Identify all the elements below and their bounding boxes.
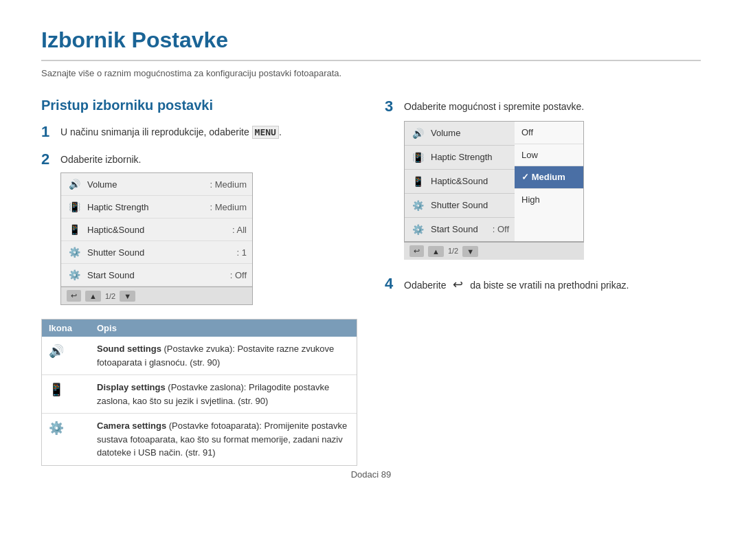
camera-settings-bold: Camera settings	[97, 421, 166, 431]
d-haptic-strength-label: Haptic Strength	[431, 150, 509, 164]
display-settings-desc: Display settings (Postavke zaslona): Pri…	[97, 381, 350, 407]
d-row-haptic-strength: 📳 Haptic Strength	[405, 146, 515, 170]
display-settings-bold: Display settings	[97, 382, 166, 392]
dropdown-up-button[interactable]: ▲	[428, 246, 444, 257]
table-row-sound: 🔊 Sound settings (Postavke zvuka): Posta…	[42, 337, 357, 375]
table-body: 🔊 Sound settings (Postavke zvuka): Posta…	[42, 337, 357, 465]
sound-settings-bold: Sound settings	[97, 344, 161, 354]
step-3: 3 Odaberite mogućnost i spremite postavk…	[385, 98, 701, 260]
haptic-sound-label: Haptic&Sound	[87, 223, 232, 237]
d-haptic-sound-label: Haptic&Sound	[431, 175, 509, 188]
step-4: 4 Odaberite ↩ da biste se vratili na pre…	[385, 273, 701, 294]
dropdown-back-button[interactable]: ↩	[409, 245, 424, 257]
step-2-number: 2	[41, 150, 55, 168]
d-shutter-sound-label: Shutter Sound	[431, 199, 509, 212]
step-4-text-after: da biste se vratili na prethodni prikaz.	[467, 280, 629, 291]
start-sound-value: : Off	[230, 269, 247, 282]
dropdown-left: 🔊 Volume 📳 Haptic Strength 📱	[405, 122, 515, 241]
option-low[interactable]: Low	[515, 144, 583, 167]
step-3-label: Odaberite mogućnost i spremite postavke.	[404, 101, 584, 112]
down-button[interactable]: ▼	[120, 291, 135, 302]
dropdown-menu-box: 🔊 Volume 📳 Haptic Strength 📱	[404, 121, 584, 242]
right-column: 3 Odaberite mogućnost i spremite postavk…	[385, 98, 701, 466]
step-2-text: Odaberite izbornik. 🔊 Volume : Medium 📳 …	[60, 150, 253, 305]
haptic-sound-icon: 📱	[67, 222, 82, 237]
step-2-label: Odaberite izbornik.	[60, 154, 142, 165]
d-start-sound-value: : Off	[493, 223, 509, 236]
table-header: Ikona Opis	[42, 320, 357, 337]
sound-settings-desc: Sound settings (Postavke zvuka): Postavi…	[97, 342, 350, 369]
option-high[interactable]: High	[515, 189, 583, 211]
step-4-text-before: Odaberite	[404, 280, 449, 291]
icon-table: Ikona Opis 🔊 Sound settings (Postavke zv…	[41, 319, 357, 466]
table-row-display: 📱 Display settings (Postavke zaslona): P…	[42, 375, 357, 414]
haptic-strength-label: Haptic Strength	[87, 201, 210, 214]
dropdown-container: 🔊 Volume 📳 Haptic Strength 📱	[404, 121, 584, 260]
option-off[interactable]: Off	[515, 122, 583, 144]
step-3-number: 3	[385, 98, 398, 115]
shutter-sound-value: : 1	[237, 246, 247, 260]
table-row-camera: ⚙️ Camera settings (Postavke fotoaparata…	[42, 414, 357, 465]
shutter-sound-icon: ⚙️	[67, 245, 82, 260]
d-start-sound-label: Start Sound	[431, 223, 493, 236]
section-title: Pristup izborniku postavki	[41, 98, 357, 113]
volume-label: Volume	[87, 178, 210, 192]
d-haptic-sound-icon: 📱	[410, 174, 425, 189]
page-footer: Dodaci 89	[0, 469, 742, 480]
d-volume-icon: 🔊	[410, 126, 425, 141]
dropdown-right: Off Low Medium High	[515, 122, 583, 241]
back-nav-icon: ↩	[453, 278, 463, 291]
step-1-number: 1	[41, 123, 55, 141]
camera-settings-desc: Camera settings (Postavke fotoaparata): …	[97, 419, 350, 460]
option-medium[interactable]: Medium	[515, 166, 583, 189]
page-indicator: 1/2	[105, 291, 115, 302]
start-sound-icon: ⚙️	[67, 267, 82, 282]
step-1-text-before: U načinu snimanja ili reprodukcije, odab…	[60, 126, 252, 137]
shutter-sound-label: Shutter Sound	[87, 246, 237, 260]
menu-row-haptic-sound: 📱 Haptic&Sound : All	[61, 219, 252, 241]
start-sound-label: Start Sound	[87, 269, 230, 282]
step-4-text: Odaberite ↩ da biste se vratili na preth…	[404, 273, 629, 294]
menu-symbol: MENU	[252, 126, 279, 139]
page-title: Izbornik Postavke	[41, 27, 701, 61]
d-shutter-sound-icon: ⚙️	[410, 198, 425, 213]
dropdown-down-button[interactable]: ▼	[462, 246, 478, 257]
dropdown-footer: ↩ ▲ 1/2 ▼	[404, 242, 584, 260]
d-row-shutter-sound: ⚙️ Shutter Sound	[405, 194, 515, 218]
page-subtitle: Saznajte više o raznim mogućnostima za k…	[41, 68, 701, 78]
sound-settings-icon: 🔊	[49, 342, 97, 359]
back-button[interactable]: ↩	[67, 290, 81, 302]
d-start-sound-icon: ⚙️	[410, 222, 425, 237]
left-column: Pristup izborniku postavki 1 U načinu sn…	[41, 98, 357, 466]
display-settings-icon: 📱	[49, 381, 97, 397]
th-icon: Ikona	[49, 323, 97, 333]
step-2: 2 Odaberite izbornik. 🔊 Volume : Medium …	[41, 150, 357, 305]
dropdown-page-indicator: 1/2	[448, 245, 458, 257]
step-3-text: Odaberite mogućnost i spremite postavke.…	[404, 98, 584, 260]
d-row-haptic-sound: 📱 Haptic&Sound	[405, 170, 515, 194]
menu-row-shutter-sound: ⚙️ Shutter Sound : 1	[61, 241, 252, 264]
haptic-strength-value: : Medium	[210, 201, 247, 214]
d-row-volume: 🔊 Volume	[405, 122, 515, 146]
camera-settings-icon: ⚙️	[49, 419, 97, 436]
step-1-text-after: .	[279, 126, 282, 137]
volume-icon: 🔊	[67, 177, 82, 192]
step-1: 1 U načinu snimanja ili reprodukcije, od…	[41, 123, 357, 141]
step-4-number: 4	[385, 275, 398, 293]
menu-row-start-sound: ⚙️ Start Sound : Off	[61, 264, 252, 287]
menu-footer: ↩ ▲ 1/2 ▼	[61, 287, 252, 304]
haptic-sound-value: : All	[232, 223, 247, 237]
up-button[interactable]: ▲	[85, 291, 101, 302]
volume-value: : Medium	[210, 178, 247, 192]
d-haptic-strength-icon: 📳	[410, 150, 425, 165]
menu-row-volume: 🔊 Volume : Medium	[61, 173, 252, 196]
step-1-text: U načinu snimanja ili reprodukcije, odab…	[60, 123, 282, 139]
th-desc: Opis	[97, 323, 350, 333]
menu-box: 🔊 Volume : Medium 📳 Haptic Strength : Me…	[60, 172, 253, 305]
menu-row-haptic-strength: 📳 Haptic Strength : Medium	[61, 196, 252, 219]
d-row-start-sound: ⚙️ Start Sound : Off	[405, 218, 515, 241]
d-volume-label: Volume	[431, 126, 509, 140]
haptic-strength-icon: 📳	[67, 199, 82, 214]
